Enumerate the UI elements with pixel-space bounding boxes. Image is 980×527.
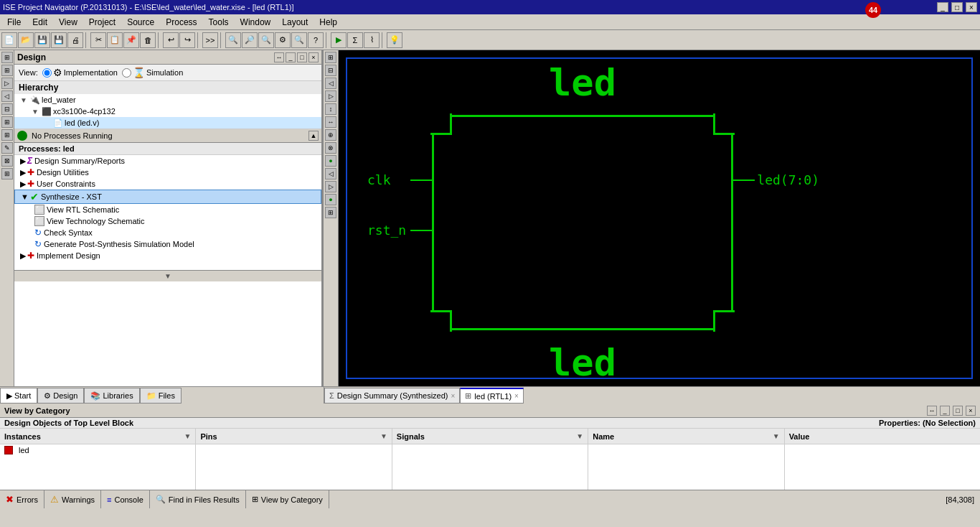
tb-search4[interactable]: ⚙ xyxy=(275,32,291,48)
tb-paste[interactable]: 📌 xyxy=(123,32,139,48)
left-icon-4[interactable]: ◁ xyxy=(1,90,13,102)
menu-process[interactable]: Process xyxy=(160,16,202,29)
left-icon-2[interactable]: ⊞ xyxy=(1,65,13,76)
rtool-7[interactable]: ⊕ xyxy=(325,129,336,141)
panel-min[interactable]: _ xyxy=(286,52,296,62)
rtool-1[interactable]: ⊞ xyxy=(325,52,336,63)
menu-source[interactable]: Source xyxy=(121,16,160,29)
process-design-utilities[interactable]: ▶ ✚ Design Utilities xyxy=(14,167,321,178)
sch-tab-summary[interactable]: Σ Design Summary (Synthesized) × xyxy=(324,388,460,404)
tb-undo[interactable]: ↩ xyxy=(163,32,179,48)
tb-search2[interactable]: 🔎 xyxy=(242,32,258,48)
tb-cut[interactable]: ✂ xyxy=(90,32,106,48)
process-view-rtl[interactable]: ⬜ View RTL Schematic xyxy=(14,204,321,215)
sim-radio[interactable] xyxy=(122,68,131,78)
tb-save[interactable]: 💾 xyxy=(34,32,50,48)
tb-search[interactable]: 🔍 xyxy=(225,32,241,48)
tb-save2[interactable]: 💾 xyxy=(51,32,67,48)
sch-tab-rtl[interactable]: ⊞ led (RTL1) × xyxy=(460,388,524,404)
proc-expand-summary[interactable]: ▶ xyxy=(20,157,26,166)
proc-expand-constraints[interactable]: ▶ xyxy=(20,179,26,189)
status-console[interactable]: ≡ Console xyxy=(101,490,150,508)
sch-tab-rtl-close[interactable]: × xyxy=(514,392,519,400)
panel-close[interactable]: × xyxy=(308,52,319,62)
left-icon-6[interactable]: ⊞ xyxy=(1,116,13,128)
sch-tab-summary-close[interactable]: × xyxy=(451,392,455,400)
rtool-4[interactable]: ▷ xyxy=(325,90,336,102)
left-icon-5[interactable]: ⊟ xyxy=(1,103,13,115)
tb-help[interactable]: ? xyxy=(308,32,324,48)
tab-design[interactable]: ⚙ Design xyxy=(37,388,84,404)
tab-start[interactable]: ▶ Start xyxy=(0,388,37,404)
processes-scroll[interactable]: ▶ Σ Design Summary/Reports ▶ ✚ Design Ut… xyxy=(14,155,321,270)
tb-del[interactable]: 🗑 xyxy=(140,32,156,48)
bp-expand[interactable]: ↔ xyxy=(927,406,937,416)
tb-print[interactable]: 🖨 xyxy=(67,32,83,48)
tb-new[interactable]: 📄 xyxy=(1,32,17,48)
tab-files[interactable]: 📁 Files xyxy=(140,388,182,404)
status-errors[interactable]: ✖ Errors xyxy=(0,490,44,508)
rtool-11[interactable]: ▷ xyxy=(325,181,336,192)
tree-item-device[interactable]: ▼ ⬛ xc3s100e-4cp132 xyxy=(14,106,321,117)
status-view-category[interactable]: ⊞ View by Category xyxy=(246,490,329,508)
tb-bulb[interactable]: 💡 xyxy=(387,32,402,48)
tb-search5[interactable]: 🔍 xyxy=(291,32,307,48)
rtool-2[interactable]: ⊟ xyxy=(325,65,336,76)
bp-close[interactable]: × xyxy=(966,406,976,416)
panel-max[interactable]: □ xyxy=(297,52,307,62)
proc-expand-impl[interactable]: ▶ xyxy=(20,251,26,261)
left-icon-10[interactable]: ⊞ xyxy=(1,168,13,179)
process-implement[interactable]: ▶ ✚ Implement Design xyxy=(14,250,321,261)
menu-window[interactable]: Window xyxy=(235,16,277,29)
menu-layout[interactable]: Layout xyxy=(276,16,314,29)
tb-search3[interactable]: 🔍 xyxy=(258,32,274,48)
tree-expand-led[interactable] xyxy=(42,118,52,128)
name-sort[interactable]: ▼ xyxy=(773,432,780,440)
close-button[interactable]: × xyxy=(966,2,977,12)
status-warnings[interactable]: ⚠ Warnings xyxy=(44,490,101,508)
rtool-3[interactable]: ◁ xyxy=(325,78,336,89)
tree-expand-device[interactable]: ▼ xyxy=(30,106,40,116)
proc-expand-synth[interactable]: ▼ xyxy=(21,192,29,201)
tb-run[interactable]: ▶ xyxy=(331,32,347,48)
instance-led[interactable]: led xyxy=(4,446,191,454)
titlebar-controls[interactable]: _ □ × xyxy=(937,2,977,12)
menu-project[interactable]: Project xyxy=(83,16,121,29)
tb-copy[interactable]: 📋 xyxy=(107,32,123,48)
tb-more[interactable]: >> xyxy=(202,32,218,48)
tab-libraries[interactable]: 📚 Libraries xyxy=(84,388,139,404)
tree-expand-led_water[interactable]: ▼ xyxy=(19,95,29,105)
tb-sigma[interactable]: Σ xyxy=(347,32,363,48)
sim-radio-label[interactable]: ⌛ Simulation xyxy=(122,67,183,78)
bp-max[interactable]: □ xyxy=(953,406,963,416)
proc-expand-utilities[interactable]: ▶ xyxy=(20,168,26,177)
minimize-button[interactable]: _ xyxy=(937,2,948,12)
menu-help[interactable]: Help xyxy=(314,16,343,29)
process-design-summary[interactable]: ▶ Σ Design Summary/Reports xyxy=(14,155,321,167)
left-icon-7[interactable]: ⊞ xyxy=(1,129,13,141)
tb-open[interactable]: 📂 xyxy=(18,32,34,48)
process-user-constraints[interactable]: ▶ ✚ User Constraints xyxy=(14,178,321,190)
process-view-tech[interactable]: ⬜ View Technology Schematic xyxy=(14,215,321,227)
rtool-13[interactable]: ⊞ xyxy=(325,207,336,218)
process-gen-post[interactable]: ↻ Generate Post-Synthesis Simulation Mod… xyxy=(14,238,321,250)
processes-scroll-down[interactable]: ▼ xyxy=(14,270,321,281)
rtool-5[interactable]: ↕ xyxy=(325,103,336,115)
left-icon-3[interactable]: ▷ xyxy=(1,78,13,89)
status-find[interactable]: 🔍 Find in Files Results xyxy=(150,490,246,508)
process-check-syntax[interactable]: ↻ Check Syntax xyxy=(14,227,321,238)
left-icon-1[interactable]: ⊞ xyxy=(1,52,13,63)
left-icon-8[interactable]: ✎ xyxy=(1,142,13,154)
rtool-9[interactable]: ● xyxy=(325,155,336,167)
menu-edit[interactable]: Edit xyxy=(27,16,53,29)
impl-radio[interactable] xyxy=(42,68,52,78)
restore-button[interactable]: □ xyxy=(951,2,963,12)
rtool-10[interactable]: ◁ xyxy=(325,168,336,179)
rtool-8[interactable]: ⊗ xyxy=(325,142,336,154)
tree-item-led_water[interactable]: ▼ 🔌 led_water xyxy=(14,94,321,106)
instances-sort[interactable]: ▼ xyxy=(184,432,192,440)
rtool-6[interactable]: ↔ xyxy=(325,116,336,128)
menu-file[interactable]: File xyxy=(1,16,27,29)
bp-min[interactable]: _ xyxy=(940,406,950,416)
tree-item-led-file[interactable]: 📄 led (led.v) xyxy=(14,117,321,129)
